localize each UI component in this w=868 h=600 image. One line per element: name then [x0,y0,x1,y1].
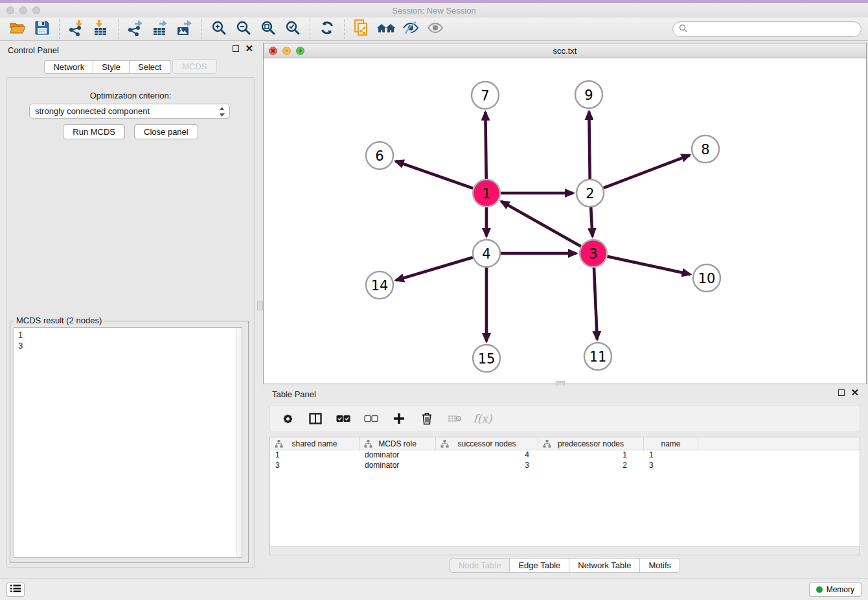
node-8[interactable]: 8 [692,135,719,163]
tab-edge-table[interactable]: Edge Table [510,558,569,573]
node-6[interactable]: 6 [366,142,393,169]
network-window-titlebar[interactable]: ✕ − + scc.txt [264,43,866,58]
tab-style[interactable]: Style [93,60,130,74]
result-scrollbar[interactable] [236,328,242,557]
task-history-button[interactable] [6,583,25,597]
svg-text:3: 3 [589,246,597,262]
fx-label: f(x) [473,412,492,425]
node-15[interactable]: 15 [473,345,500,372]
node-4[interactable]: 4 [473,240,500,267]
export-network-button[interactable] [123,19,148,40]
mcds-result-text[interactable]: 1 3 [14,327,242,558]
table-toolbar: f(x) [269,405,860,432]
show-hidden-button[interactable] [423,19,448,40]
zoom-fit-button[interactable] [256,19,280,40]
tab-mcds[interactable]: MCDS [172,59,216,74]
import-network-button[interactable] [64,19,89,40]
node-9[interactable]: 9 [575,81,602,108]
delete-row-button[interactable] [420,411,434,426]
float-table-panel-icon[interactable] [838,389,845,396]
zoom-selected-button[interactable] [280,19,305,40]
criterion-select[interactable]: strongly connected component [29,104,230,119]
table-cell: 3 [270,461,360,471]
delete-table-button[interactable] [448,411,462,426]
tab-network-table[interactable]: Network Table [569,558,640,573]
new-network-from-selection-button[interactable] [349,19,374,40]
export-table-icon [152,19,168,38]
tab-node-table[interactable]: Node Table [450,558,510,573]
network-zoom-button[interactable]: + [296,47,304,55]
search-box[interactable] [672,21,862,37]
zoom-out-button[interactable] [231,19,256,40]
run-mcds-button[interactable]: Run MCDS [63,124,125,139]
network-window-title: scc.txt [264,46,866,56]
edge-2-9[interactable] [589,111,589,179]
network-close-button[interactable]: ✕ [269,47,277,55]
column-header-MCDS-role[interactable]: MCDS role [360,437,436,450]
close-window-button[interactable] [6,6,14,14]
houses-button[interactable] [374,19,398,40]
save-icon [34,20,50,38]
network-canvas[interactable]: 7968124314101511 [264,58,866,384]
zoom-in-button[interactable] [207,19,231,40]
mcds-result-title: MCDS result (2 nodes) [14,316,104,325]
close-table-panel-icon[interactable]: ✕ [851,389,859,396]
column-header-name[interactable]: name [644,437,698,450]
edge-2-8[interactable] [604,155,690,188]
edge-3-11[interactable] [594,268,597,340]
apply-layout-button[interactable] [315,19,339,40]
table-row[interactable]: 3dominator323 [270,461,860,471]
select-stepper-icon [219,106,225,119]
node-7[interactable]: 7 [472,82,499,109]
search-input[interactable] [691,25,855,34]
minimize-window-button[interactable] [19,6,27,14]
float-panel-icon[interactable] [233,45,239,52]
table-row[interactable]: 1dominator411 [270,450,860,461]
zoom-out-icon [236,20,251,38]
close-panel-icon[interactable]: ✕ [245,45,253,52]
export-table-button[interactable] [148,19,172,40]
svg-text:9: 9 [584,87,593,103]
table-body: 1dominator4113dominator323 [270,450,860,546]
save-session-button[interactable] [30,19,54,40]
tab-motifs[interactable]: Motifs [640,558,680,573]
node-2[interactable]: 2 [577,179,604,207]
edge-3-1[interactable] [501,202,581,246]
edge-1-6[interactable] [396,161,474,189]
node-1[interactable]: 1 [473,179,500,207]
optimization-label: Optimization criterion: [7,91,254,100]
split-panel-button[interactable] [308,411,323,426]
column-header-successor-nodes[interactable]: successor nodes [436,437,538,450]
import-table-button[interactable] [89,19,113,40]
node-3[interactable]: 3 [580,240,607,267]
criterion-value: strongly connected component [35,106,150,116]
column-header-predecessor-nodes[interactable]: predecessor nodes [538,437,644,450]
hide-selected-button[interactable] [398,19,423,40]
node-11[interactable]: 11 [584,343,611,370]
splitter-handle[interactable] [257,301,263,310]
column-header-shared-name[interactable]: shared name [270,437,360,450]
edge-3-10[interactable] [607,257,690,275]
app-titlebar: Session: New Session [0,3,868,17]
function-builder-button[interactable]: f(x) [475,411,490,426]
tab-select[interactable]: Select [130,60,170,74]
edge-2-3[interactable] [591,207,592,237]
deselect-all-button[interactable] [364,411,378,426]
close-panel-button[interactable]: Close panel [134,124,198,139]
node-table: shared nameMCDS rolesuccessor nodesprede… [269,437,860,555]
status-bar: Memory [0,579,868,600]
export-image-button[interactable] [172,19,197,40]
open-session-button[interactable] [5,19,30,40]
memory-button[interactable]: Memory [809,583,862,597]
network-minimize-button[interactable]: − [282,47,291,55]
select-all-button[interactable] [336,411,350,426]
add-row-button[interactable] [392,411,406,426]
node-14[interactable]: 14 [366,271,393,299]
tab-network[interactable]: Network [44,60,93,74]
edge-4-14[interactable] [396,257,473,280]
zoom-window-button[interactable] [32,6,40,14]
node-10[interactable]: 10 [693,264,720,292]
table-cell: 1 [538,450,644,461]
edge-1-7[interactable] [485,112,486,179]
table-settings-button[interactable] [280,411,295,426]
